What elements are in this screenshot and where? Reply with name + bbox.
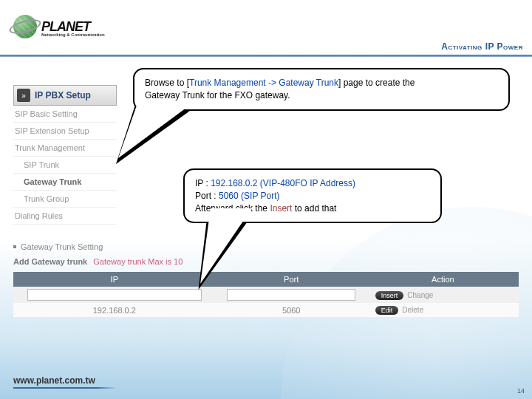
callout-text: Port : (195, 191, 219, 201)
sidebar-item[interactable]: Gateway Trunk (13, 174, 117, 191)
port-input[interactable] (227, 289, 355, 301)
change-button[interactable]: Change (407, 291, 433, 299)
ip-cell: 192.168.0.2 (13, 303, 216, 317)
callout-text: Browse to [ (145, 78, 189, 88)
insert-button[interactable]: Insert (375, 291, 404, 300)
callout-emph: Insert (270, 203, 292, 214)
port-cell: 5060 (216, 303, 367, 317)
sidebar-item[interactable]: Trunk Group (13, 191, 117, 208)
callout-text: to add that (292, 203, 336, 214)
callout-text: Gateway Trunk for the FXO gateway. (145, 90, 290, 100)
sidebar-item[interactable]: SIP Extension Setup (13, 123, 117, 140)
sidebar-item[interactable]: SIP Basic Setting (13, 106, 117, 123)
gateway-trunk-table: IP Port Action InsertChange192.168.0.250… (13, 272, 519, 317)
table-row: 192.168.0.25060EditDelete (13, 303, 519, 317)
max-note: Gateway trunk Max is 10 (93, 257, 183, 266)
section-heading-label: Gateway Trunk Setting (21, 242, 103, 251)
footer-url: www.planet.com.tw (13, 375, 95, 387)
callout-link-text: 5060 (SIP Port) (219, 191, 280, 201)
gateway-trunk-section: Gateway Trunk Setting Add Gateway trunk … (13, 242, 519, 317)
col-action: Action (367, 272, 519, 287)
ip-input[interactable] (27, 289, 201, 301)
header: PLANET Networking & Communication Activa… (0, 0, 532, 58)
col-ip: IP (13, 272, 216, 287)
sidebar-item[interactable]: Dialing Rules (13, 208, 117, 225)
section-heading: Gateway Trunk Setting (13, 242, 519, 251)
callout-link-text: Trunk Management -> Gateway Trunk (189, 78, 338, 88)
logo-subtitle: Networking & Communication (41, 33, 105, 37)
delete-button[interactable]: Delete (402, 306, 423, 314)
sidebar-header[interactable]: » IP PBX Setup (13, 85, 117, 106)
slide-number: 14 (517, 387, 525, 395)
sidebar-title: IP PBX Setup (35, 90, 91, 100)
bullet-icon (13, 245, 16, 248)
callout-text: IP : (195, 178, 211, 188)
table-row: InsertChange (13, 287, 519, 303)
callout-link-text: 192.168.0.2 (VIP-480FO IP Address) (211, 178, 355, 188)
chevron-right-icon: » (17, 89, 30, 102)
callout-text: ] page to create the (338, 78, 415, 88)
edit-button[interactable]: Edit (375, 306, 399, 315)
tagline: Activating IP Power (441, 41, 523, 52)
add-trunk-label: Add Gateway trunk (13, 257, 87, 266)
